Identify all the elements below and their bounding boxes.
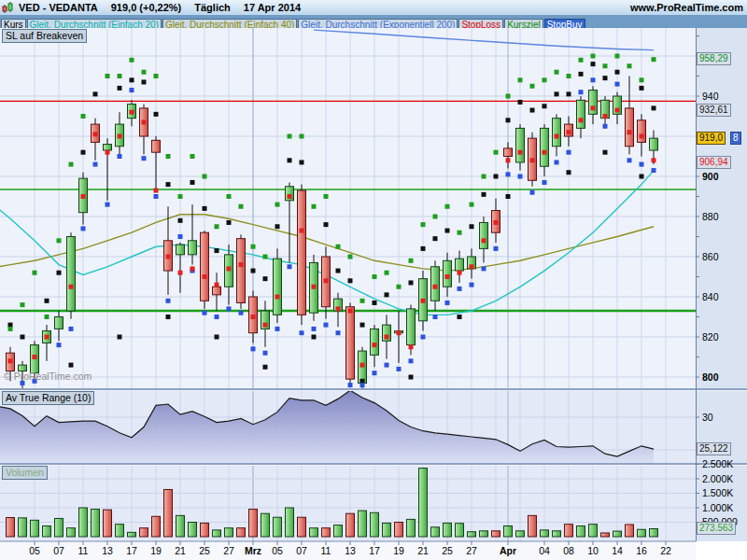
candle (298, 190, 306, 315)
candle (67, 237, 76, 312)
svg-text:21: 21 (417, 545, 429, 556)
watermark: © ProRealTime.com (4, 371, 92, 382)
candle (431, 267, 440, 301)
svg-text:10: 10 (587, 545, 599, 556)
sl-breakeven-chip[interactable]: SL auf Breakeven (2, 29, 87, 43)
candle (104, 145, 112, 150)
candle (589, 91, 598, 115)
svg-text:800: 800 (702, 371, 719, 383)
stopbuy-badge: 8 (730, 132, 741, 145)
candle (638, 120, 646, 143)
atr-value-badge: 25,122 (697, 442, 731, 455)
svg-text:07: 07 (53, 545, 64, 556)
svg-text:Mrz: Mrz (245, 545, 261, 556)
candle (55, 317, 63, 329)
candle (274, 259, 282, 315)
atr-indicator-label[interactable]: Av True Range (10) (2, 391, 94, 405)
svg-text:16: 16 (636, 545, 647, 556)
candle (516, 128, 525, 162)
last-price-badge: 919,0 (697, 132, 726, 145)
candle (541, 128, 549, 166)
candle (371, 329, 379, 355)
svg-text:21: 21 (175, 545, 186, 556)
candle (626, 108, 634, 147)
svg-text:11: 11 (321, 545, 331, 556)
svg-text:14: 14 (612, 545, 623, 556)
svg-text:08: 08 (563, 545, 574, 556)
candle (650, 138, 658, 150)
candle (444, 260, 452, 287)
svg-text:17: 17 (126, 545, 137, 556)
svg-text:05: 05 (29, 545, 40, 556)
kursziel-badge: 958,29 (697, 52, 731, 65)
svg-text:13: 13 (102, 545, 113, 556)
candle (346, 307, 355, 379)
svg-text:30: 30 (702, 412, 713, 423)
svg-text:1.000K: 1.000K (702, 502, 733, 513)
candle (189, 241, 197, 255)
svg-text:22: 22 (660, 545, 671, 556)
svg-text:11: 11 (78, 545, 89, 556)
svg-text:27: 27 (223, 545, 234, 556)
candle (480, 222, 488, 248)
candle (237, 239, 246, 303)
candle (407, 309, 416, 345)
volume-indicator-label[interactable]: Volumen (2, 466, 48, 480)
svg-text:27: 27 (466, 545, 477, 556)
candle (176, 245, 185, 255)
svg-text:04: 04 (539, 545, 550, 556)
svg-text:19: 19 (393, 545, 404, 556)
svg-text:860: 860 (702, 251, 719, 262)
svg-text:940: 940 (702, 91, 719, 102)
svg-text:2.500K: 2.500K (702, 458, 733, 469)
chart-svg[interactable]: 960940900880860840820800302.500K2.000K1.… (0, 0, 747, 560)
volume-value-badge: 273.563 (697, 522, 736, 535)
svg-text:17: 17 (369, 545, 380, 556)
svg-text:07: 07 (296, 545, 307, 556)
pane-backgrounds (0, 28, 747, 560)
candle (201, 232, 209, 301)
svg-text:880: 880 (702, 211, 719, 222)
candle (456, 259, 464, 271)
candle (553, 119, 561, 147)
svg-text:25: 25 (199, 545, 210, 556)
svg-text:Apr: Apr (500, 545, 516, 556)
level-932-badge: 932,61 (697, 104, 731, 117)
candle (213, 287, 221, 295)
candle (152, 140, 161, 152)
svg-text:2.000K: 2.000K (702, 473, 733, 484)
svg-text:19: 19 (150, 545, 162, 556)
svg-text:840: 840 (702, 291, 719, 302)
svg-text:13: 13 (345, 545, 356, 556)
candle (577, 100, 585, 128)
svg-text:1.500K: 1.500K (702, 487, 733, 498)
svg-text:900: 900 (702, 171, 719, 182)
stoploss-badge: 906,94 (697, 156, 731, 169)
svg-text:25: 25 (442, 545, 453, 556)
prorealtime-window: VED - VEDANTA 919,0 (+0,22%) Täglich 17 … (0, 0, 747, 560)
candle (504, 148, 513, 157)
svg-text:820: 820 (702, 331, 719, 343)
svg-text:05: 05 (272, 545, 283, 556)
